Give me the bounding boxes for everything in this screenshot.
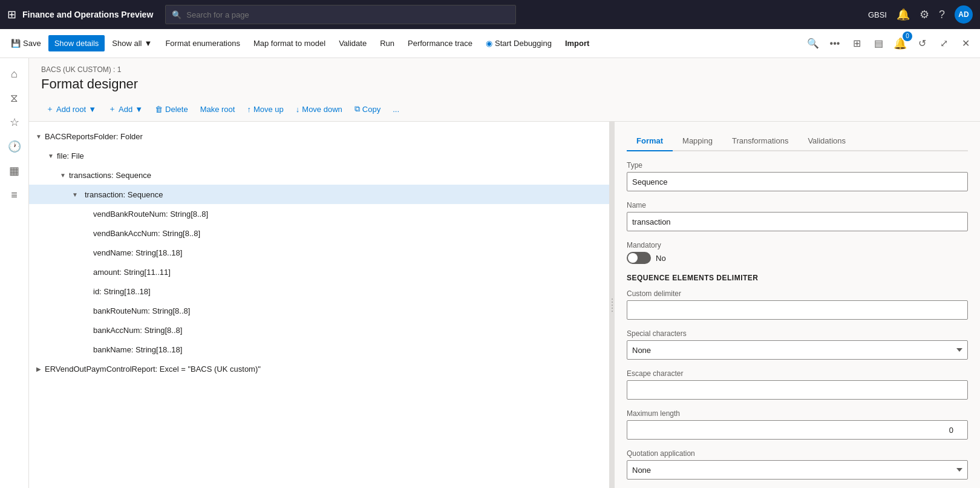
tree-item-label: amount: String[11..11] xyxy=(93,268,171,277)
tree-toggle-icon[interactable] xyxy=(82,345,92,354)
sidenav-home-icon[interactable]: ⌂ xyxy=(4,63,25,85)
sidenav-dashboard-icon[interactable]: ▦ xyxy=(4,160,25,182)
special-characters-field-group: Special characters NoneNew lineCarriage … xyxy=(627,329,968,360)
tree-item[interactable]: vendBankAccNum: String[8..8] xyxy=(29,223,609,243)
sidenav-star-icon[interactable]: ☆ xyxy=(4,111,25,133)
tree-toggle-icon[interactable]: ▶ xyxy=(34,364,44,374)
search-box[interactable]: 🔍 xyxy=(165,5,516,24)
tree-item-label: vendBankAccNum: String[8..8] xyxy=(93,229,200,238)
tree-toggle-icon[interactable]: ▼ xyxy=(70,190,80,199)
type-input[interactable] xyxy=(627,172,968,191)
notification-count: 0 xyxy=(903,31,912,41)
tree-toggle-icon[interactable] xyxy=(82,228,92,238)
quotation-application-select[interactable]: NoneAlwaysWhen required xyxy=(627,460,968,480)
copy-icon: ⧉ xyxy=(354,104,360,114)
copy-button[interactable]: ⧉ Copy xyxy=(350,101,385,117)
move-down-button[interactable]: ↓ Move down xyxy=(291,102,347,117)
add-root-button[interactable]: ＋ Add root ▼ xyxy=(41,101,101,117)
tree-item[interactable]: bankName: String[18..18] xyxy=(29,340,609,359)
sidenav-clock-icon[interactable]: 🕐 xyxy=(4,136,25,157)
toolbar-notification-icon[interactable]: 🔔 0 xyxy=(890,34,910,53)
tree-toggle-icon[interactable] xyxy=(82,286,92,296)
tree-toggle-icon[interactable] xyxy=(82,325,92,335)
search-input[interactable] xyxy=(186,10,509,19)
add-button[interactable]: ＋ Add ▼ xyxy=(103,101,148,117)
quotation-application-label: Quotation application xyxy=(627,449,968,458)
nav-right: GBSI 🔔 ⚙ ? AD xyxy=(868,5,973,24)
resize-handle[interactable] xyxy=(610,122,615,488)
toolbar-more-icon[interactable]: ••• xyxy=(825,34,844,53)
tree-toggle-icon[interactable] xyxy=(82,306,92,315)
special-characters-select[interactable]: NoneNew lineCarriage returnForm feed xyxy=(627,340,968,360)
action-bar: ＋ Add root ▼ ＋ Add ▼ 🗑 Delete Make root … xyxy=(29,97,980,122)
move-up-button[interactable]: ↑ Move up xyxy=(242,102,288,117)
escape-character-input[interactable] xyxy=(627,380,968,400)
show-all-button[interactable]: Show all ▼ xyxy=(106,35,158,51)
tree-toggle-icon[interactable]: ▼ xyxy=(34,131,44,141)
toolbar-close-icon[interactable]: ✕ xyxy=(956,34,975,53)
notification-icon[interactable]: 🔔 xyxy=(897,8,910,21)
toolbar-sidebar-icon[interactable]: ▤ xyxy=(869,34,888,53)
more-options-button[interactable]: ... xyxy=(388,102,404,117)
tree-item[interactable]: ▼file: File xyxy=(29,146,609,165)
show-details-button[interactable]: Show details xyxy=(48,35,105,51)
make-root-button[interactable]: Make root xyxy=(195,102,240,117)
tree-toggle-icon[interactable]: ▼ xyxy=(58,170,68,180)
sidenav-filter-icon[interactable]: ⧖ xyxy=(4,87,25,109)
side-navigation: ⌂ ⧖ ☆ 🕐 ▦ ≡ xyxy=(0,58,29,488)
app-grid-icon[interactable]: ⊞ xyxy=(7,8,16,21)
debug-icon: ◉ xyxy=(486,39,492,48)
quotation-application-field-group: Quotation application NoneAlwaysWhen req… xyxy=(627,449,968,480)
tree-toggle-icon[interactable] xyxy=(82,267,92,277)
tree-toggle-icon[interactable] xyxy=(82,248,92,257)
validate-button[interactable]: Validate xyxy=(333,35,373,51)
add-icon: ＋ xyxy=(108,104,116,114)
show-all-chevron-icon: ▼ xyxy=(145,39,152,48)
tree-item[interactable]: bankRouteNum: String[8..8] xyxy=(29,301,609,320)
maximum-length-input[interactable] xyxy=(627,420,968,440)
tree-toggle-icon[interactable]: ▼ xyxy=(46,151,56,160)
tree-item-label: file: File xyxy=(57,151,84,160)
move-down-icon: ↓ xyxy=(296,105,300,114)
import-button[interactable]: Import xyxy=(559,35,595,51)
avatar[interactable]: AD xyxy=(955,5,973,24)
tab-validations[interactable]: Validations xyxy=(798,131,855,151)
toolbar-expand-icon[interactable]: ⤢ xyxy=(934,34,953,53)
tree-item[interactable]: amount: String[11..11] xyxy=(29,262,609,282)
format-enumerations-button[interactable]: Format enumerations xyxy=(159,35,246,51)
tree-item[interactable]: ▼transaction: Sequence xyxy=(29,185,609,204)
tab-transformations[interactable]: Transformations xyxy=(722,131,798,151)
toolbar-search-icon[interactable]: 🔍 xyxy=(803,34,823,53)
tree-toggle-icon[interactable] xyxy=(82,209,92,219)
tab-format[interactable]: Format xyxy=(627,131,673,151)
properties-form: Type Name Mandatory No SEQUEN xyxy=(627,161,968,480)
custom-delimiter-input[interactable] xyxy=(627,300,968,320)
toolbar-grid-icon[interactable]: ⊞ xyxy=(847,34,866,53)
page-header: BACS (UK CUSTOM) : 1 Format designer xyxy=(29,58,980,97)
delete-button[interactable]: 🗑 Delete xyxy=(150,102,193,117)
start-debugging-button[interactable]: ◉ Start Debugging xyxy=(480,35,558,51)
tree-item[interactable]: vendBankRouteNum: String[8..8] xyxy=(29,204,609,223)
search-icon: 🔍 xyxy=(172,10,181,19)
split-view: ▼BACSReportsFolder: Folder▼file: File▼tr… xyxy=(29,122,980,488)
toolbar-refresh-icon[interactable]: ↺ xyxy=(912,34,932,53)
tree-item[interactable]: ▼transactions: Sequence xyxy=(29,165,609,185)
name-input[interactable] xyxy=(627,212,968,231)
tree-item[interactable]: bankAccNum: String[8..8] xyxy=(29,320,609,340)
tree-item[interactable]: vendName: String[18..18] xyxy=(29,243,609,262)
tree-item[interactable]: id: String[18..18] xyxy=(29,282,609,301)
map-format-to-model-button[interactable]: Map format to model xyxy=(247,35,332,51)
tab-mapping[interactable]: Mapping xyxy=(673,131,722,151)
tree-item[interactable]: ▼BACSReportsFolder: Folder xyxy=(29,127,609,146)
performance-trace-button[interactable]: Performance trace xyxy=(402,35,479,51)
save-button[interactable]: 💾 Save xyxy=(5,35,47,51)
name-field-group: Name xyxy=(627,201,968,231)
tree-item[interactable]: ▶ERVendOutPaymControlReport: Excel = "BA… xyxy=(29,359,609,378)
content-area: BACS (UK CUSTOM) : 1 Format designer ＋ A… xyxy=(29,58,980,488)
run-button[interactable]: Run xyxy=(374,35,400,51)
tabs: FormatMappingTransformationsValidations xyxy=(627,131,968,151)
sidenav-list-icon[interactable]: ≡ xyxy=(4,184,25,206)
settings-icon[interactable]: ⚙ xyxy=(920,8,929,21)
mandatory-toggle[interactable] xyxy=(627,252,651,264)
help-icon[interactable]: ? xyxy=(939,8,945,21)
